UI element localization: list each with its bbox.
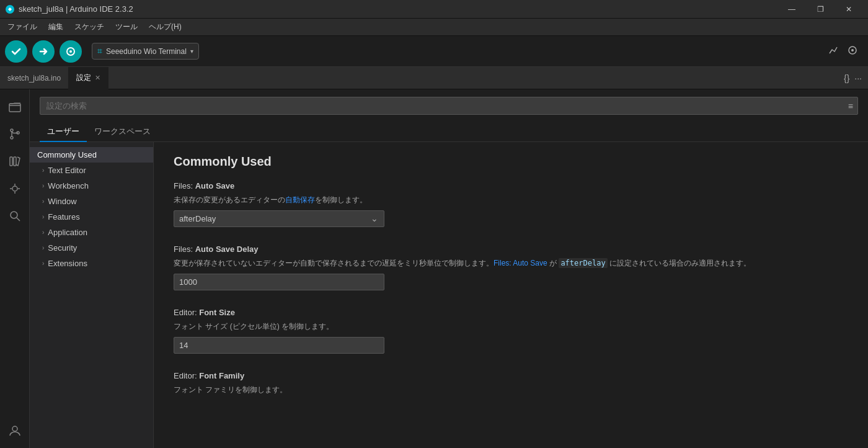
settings-body: Commonly Used › Text Editor › Workbench … bbox=[30, 142, 868, 448]
close-button[interactable]: ✕ bbox=[835, 0, 863, 19]
toolbar-right bbox=[828, 45, 863, 58]
svg-rect-9 bbox=[10, 157, 12, 166]
app-icon bbox=[5, 4, 15, 14]
titlebar-controls: — ❐ ✕ bbox=[777, 0, 863, 19]
nav-chevron-icon: › bbox=[42, 244, 44, 251]
menu-sketch[interactable]: スケッチ bbox=[69, 19, 109, 35]
svg-line-17 bbox=[17, 218, 20, 221]
nav-chevron-icon: › bbox=[42, 198, 44, 205]
svg-point-2 bbox=[69, 50, 72, 53]
search-input[interactable] bbox=[40, 97, 858, 115]
tab-workspace[interactable]: ワークスペース bbox=[87, 122, 158, 142]
debug-button[interactable] bbox=[60, 40, 82, 63]
search-area: ≡ bbox=[30, 89, 868, 122]
maximize-button[interactable]: ❐ bbox=[806, 0, 835, 19]
nav-item-features[interactable]: › Features bbox=[30, 209, 153, 225]
sidebar-item-folder[interactable] bbox=[2, 94, 27, 119]
setting-font-family-desc: フォント ファミリを制御します。 bbox=[174, 384, 848, 395]
usb-icon: ⌗ bbox=[97, 46, 102, 56]
tabbar-right: {} ··· bbox=[844, 73, 868, 83]
nav-item-window[interactable]: › Window bbox=[30, 194, 153, 209]
verify-button[interactable] bbox=[5, 40, 27, 63]
tab-settings[interactable]: 設定 ✕ bbox=[69, 67, 108, 89]
setting-auto-save-delay: Files: Auto Save Delay 変更が保存されていないエディターが… bbox=[174, 244, 848, 290]
auto-save-select[interactable]: off afterDelay onFocusChange onWindowCha… bbox=[174, 210, 384, 227]
tab-sketch[interactable]: sketch_jul8a.ino bbox=[0, 67, 69, 89]
sidebar-item-debug[interactable] bbox=[2, 176, 27, 201]
svg-point-16 bbox=[11, 212, 17, 218]
sidebar-item-account[interactable] bbox=[2, 418, 27, 443]
titlebar: sketch_jul8a | Arduino IDE 2.3.2 — ❐ ✕ bbox=[0, 0, 868, 19]
upload-button[interactable] bbox=[32, 40, 55, 63]
nav-item-workbench[interactable]: › Workbench bbox=[30, 178, 153, 194]
serial-monitor-icon[interactable] bbox=[847, 45, 858, 58]
setting-auto-save-desc: 未保存の変更があるエディターの自動保存を制御します。 bbox=[174, 194, 848, 205]
settings-main: Commonly Used Files: Auto Save 未保存の変更がある… bbox=[154, 142, 868, 448]
auto-save-delay-link[interactable]: Files: Auto Save bbox=[494, 259, 547, 267]
auto-save-select-wrapper: off afterDelay onFocusChange onWindowCha… bbox=[174, 210, 384, 227]
setting-font-family: Editor: Font Family フォント ファミリを制御します。 bbox=[174, 371, 848, 395]
more-icon[interactable]: ··· bbox=[854, 73, 862, 83]
toolbar: ⌗ Seeeduino Wio Terminal ▾ bbox=[0, 36, 868, 67]
sidebar-item-git[interactable] bbox=[2, 122, 27, 146]
board-selector[interactable]: ⌗ Seeeduino Wio Terminal ▾ bbox=[92, 43, 199, 60]
tab-workspace-label: ワークスペース bbox=[94, 127, 151, 136]
nav-chevron-icon: › bbox=[42, 182, 44, 189]
nav-extensions-label: Extensions bbox=[48, 259, 87, 268]
menu-file[interactable]: ファイル bbox=[2, 19, 42, 35]
svg-point-18 bbox=[12, 426, 17, 431]
section-title: Commonly Used bbox=[174, 155, 848, 169]
nav-workbench-label: Workbench bbox=[48, 181, 89, 190]
nav-features-label: Features bbox=[48, 212, 79, 222]
menu-help[interactable]: ヘルプ(H) bbox=[144, 19, 187, 35]
auto-save-delay-input[interactable] bbox=[174, 274, 384, 290]
brackets-icon[interactable]: {} bbox=[844, 73, 849, 83]
tab-user-label: ユーザー bbox=[47, 127, 79, 136]
main-area: ≡ ユーザー ワークスペース Commonly Used › Text Edit… bbox=[0, 89, 868, 448]
svg-rect-5 bbox=[9, 104, 20, 112]
nav-chevron-icon: › bbox=[42, 213, 44, 220]
svg-point-4 bbox=[851, 49, 854, 52]
tab-close-icon[interactable]: ✕ bbox=[95, 74, 100, 82]
setting-auto-save-delay-label: Files: Auto Save Delay bbox=[174, 244, 848, 254]
setting-font-size: Editor: Font Size フォント サイズ (ピクセル単位) を制御し… bbox=[174, 308, 848, 354]
nav-application-label: Application bbox=[48, 228, 87, 237]
search-filter-icon[interactable]: ≡ bbox=[848, 101, 853, 111]
setting-auto-save-delay-desc: 変更が保存されていないエディターが自動で保存されるまでの遅延をミリ秒単位で制御し… bbox=[174, 258, 848, 269]
nav-commonly-used-label: Commonly Used bbox=[37, 150, 97, 159]
font-size-input[interactable] bbox=[174, 337, 384, 354]
setting-font-size-label: Editor: Font Size bbox=[174, 308, 848, 317]
serial-plotter-icon[interactable] bbox=[828, 45, 839, 58]
settings-tabs: ユーザー ワークスペース bbox=[30, 122, 868, 142]
svg-point-11 bbox=[12, 186, 17, 191]
nav-item-application[interactable]: › Application bbox=[30, 225, 153, 240]
sidebar-icons bbox=[0, 89, 30, 448]
settings-content: ≡ ユーザー ワークスペース Commonly Used › Text Edit… bbox=[30, 89, 868, 448]
board-name: Seeeduino Wio Terminal bbox=[106, 47, 187, 56]
sidebar-item-library[interactable] bbox=[2, 149, 27, 174]
menubar: ファイル 編集 スケッチ ツール ヘルプ(H) bbox=[0, 19, 868, 36]
setting-auto-save: Files: Auto Save 未保存の変更があるエディターの自動保存を制御し… bbox=[174, 181, 848, 227]
minimize-button[interactable]: — bbox=[777, 0, 806, 19]
auto-save-link[interactable]: 自動保存 bbox=[285, 195, 315, 204]
nav-item-commonly-used[interactable]: Commonly Used bbox=[30, 147, 153, 163]
setting-font-family-label: Editor: Font Family bbox=[174, 371, 848, 380]
search-box: ≡ bbox=[40, 97, 858, 115]
tabbar: sketch_jul8a.ino 設定 ✕ {} ··· bbox=[0, 67, 868, 89]
setting-auto-save-label: Files: Auto Save bbox=[174, 181, 848, 190]
nav-window-label: Window bbox=[48, 197, 76, 206]
nav-chevron-icon: › bbox=[42, 167, 44, 174]
tab-user[interactable]: ユーザー bbox=[40, 122, 87, 142]
sidebar-item-search[interactable] bbox=[2, 204, 27, 228]
svg-point-7 bbox=[11, 137, 13, 139]
nav-item-security[interactable]: › Security bbox=[30, 240, 153, 256]
setting-font-size-desc: フォント サイズ (ピクセル単位) を制御します。 bbox=[174, 321, 848, 332]
nav-item-text-editor[interactable]: › Text Editor bbox=[30, 163, 153, 178]
menu-edit[interactable]: 編集 bbox=[43, 19, 68, 35]
tab-sketch-label: sketch_jul8a.ino bbox=[7, 74, 61, 83]
nav-item-extensions[interactable]: › Extensions bbox=[30, 256, 153, 271]
menu-tools[interactable]: ツール bbox=[110, 19, 143, 35]
nav-security-label: Security bbox=[48, 243, 77, 253]
tab-settings-label: 設定 bbox=[76, 73, 91, 83]
board-chevron-icon: ▾ bbox=[190, 48, 193, 55]
